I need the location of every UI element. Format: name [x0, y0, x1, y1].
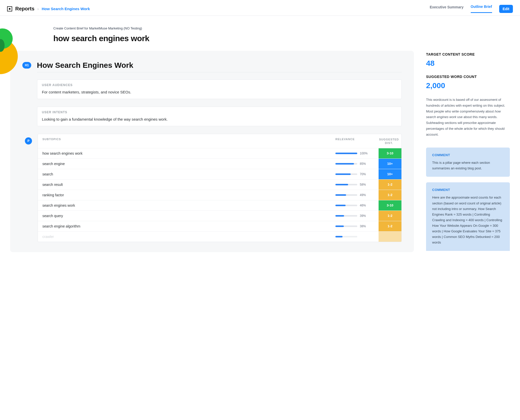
subtopic-row[interactable]: search engines work46%3-10 — [38, 200, 401, 211]
breadcrumb: Reports › How Search Engines Work — [7, 6, 90, 12]
chevron-right-icon: › — [38, 7, 39, 11]
paragraph-badge: P — [25, 137, 32, 144]
subtopic-dist: 10+ — [379, 169, 401, 179]
edit-button[interactable]: Edit — [499, 5, 513, 13]
subtopic-name: search engine algorithm — [38, 221, 335, 231]
subtopic-name: crawler — [38, 232, 335, 242]
suggested-wc-description: This wordcount is is based off of our as… — [426, 97, 510, 137]
tab-outline-brief[interactable]: Outline Brief — [471, 5, 492, 13]
subtopic-relevance: 100% — [335, 148, 379, 158]
comment-box-2: COMMENT Here are the approximate word co… — [426, 182, 510, 251]
suggested-wc-label: SUGGESTED WORD COUNT — [426, 75, 510, 79]
comment-label: COMMENT — [432, 153, 504, 157]
user-intents-label: USER INTENTS — [37, 107, 401, 116]
breadcrumb-root[interactable]: Reports — [15, 6, 35, 12]
subtopic-relevance: 46% — [335, 200, 379, 211]
target-score-value: 48 — [426, 59, 510, 68]
subtopic-name: search engine — [38, 159, 335, 169]
target-score-label: TARGET CONTENT SCORE — [426, 52, 510, 56]
user-intents-panel: USER INTENTS Looking to gain a fundament… — [37, 107, 402, 126]
subtopic-row[interactable]: search engine85%10+ — [38, 158, 401, 169]
page-subtitle: Create Content Brief for MarketMuse Mark… — [53, 26, 510, 30]
subtopics-table: SUBTOPICS RELEVANCE SUGGESTED DIST. how … — [38, 134, 402, 242]
h1-title: How Search Engines Work — [37, 61, 133, 70]
comment-box-1: COMMENT This is a pillar page where each… — [426, 148, 510, 177]
comment-label: COMMENT — [432, 188, 504, 192]
subtopic-relevance: 58% — [335, 180, 379, 190]
tab-executive-summary[interactable]: Executive Summary — [430, 5, 463, 13]
subtopic-relevance — [335, 232, 379, 242]
subtopic-name: ranking factor — [38, 190, 335, 200]
comment-text-2: Here are the approximate word counts for… — [432, 195, 504, 245]
subtopic-name: search result — [38, 180, 335, 190]
subtopic-name: how search engines work — [38, 148, 335, 158]
subtopic-dist: 1-2 — [379, 221, 401, 231]
subtopic-name: search engines work — [38, 200, 335, 211]
subtopic-row[interactable]: search engine algorithm38%1-2 — [38, 221, 401, 231]
col-subtopics: SUBTOPICS — [42, 138, 335, 145]
app-logo-icon — [7, 6, 12, 11]
col-suggested-dist: SUGGESTED DIST. — [379, 138, 401, 145]
user-audiences-text: For content marketers, strategists, and … — [37, 88, 401, 99]
subtopic-relevance: 49% — [335, 190, 379, 200]
user-audiences-panel: USER AUDIENCES For content marketers, st… — [37, 79, 402, 99]
subtopic-dist: 1-2 — [379, 190, 401, 200]
user-audiences-label: USER AUDIENCES — [37, 80, 401, 88]
subtopic-row[interactable]: crawler — [38, 231, 401, 242]
subtopic-row[interactable]: ranking factor49%1-2 — [38, 190, 401, 200]
subtopic-relevance: 85% — [335, 159, 379, 169]
subtopic-relevance: 38% — [335, 221, 379, 231]
subtopic-name: search query — [38, 211, 335, 221]
subtopic-row[interactable]: how search engines work100%3-10 — [38, 148, 401, 158]
col-relevance: RELEVANCE — [335, 138, 379, 145]
user-intents-text: Looking to gain a fundamental knowledge … — [37, 116, 401, 126]
subtopic-dist: 1-2 — [379, 180, 401, 190]
comment-text-1: This is a pillar page where each section… — [432, 160, 504, 171]
suggested-wc-value: 2,000 — [426, 81, 510, 90]
subtopic-row[interactable]: search result58%1-2 — [38, 179, 401, 190]
subtopic-relevance: 70% — [335, 169, 379, 179]
subtopic-dist: 10+ — [379, 159, 401, 169]
page-title: how search engines work — [53, 34, 510, 43]
top-nav: Executive Summary Outline Brief Edit — [430, 5, 513, 13]
subtopic-row[interactable]: search70%10+ — [38, 169, 401, 179]
subtopic-row[interactable]: search query39%1-2 — [38, 211, 401, 221]
top-bar: Reports › How Search Engines Work Execut… — [0, 0, 520, 16]
subtopic-dist: 3-10 — [379, 200, 401, 211]
subtopic-relevance: 39% — [335, 211, 379, 221]
breadcrumb-current[interactable]: How Search Engines Work — [42, 7, 90, 11]
main-panel: H1 How Search Engines Work USER AUDIENCE… — [10, 51, 414, 252]
subtopic-dist: 3-10 — [379, 148, 401, 158]
h1-badge: H1 — [22, 62, 31, 69]
page-header: Create Content Brief for MarketMuse Mark… — [0, 16, 520, 51]
subtopic-dist — [379, 232, 401, 242]
subtopic-dist: 1-2 — [379, 211, 401, 221]
sidebar: TARGET CONTENT SCORE 48 SUGGESTED WORD C… — [426, 51, 510, 256]
subtopic-name: search — [38, 169, 335, 179]
